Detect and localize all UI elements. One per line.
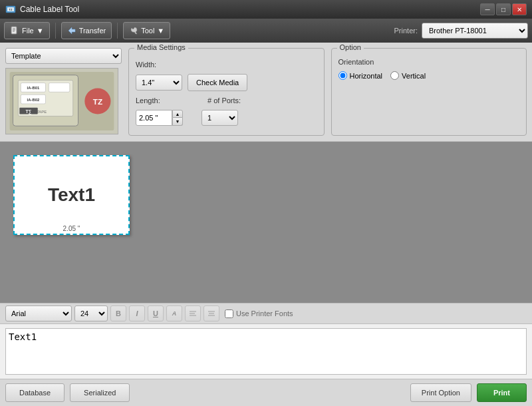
maximize-button[interactable]: □ <box>496 3 511 15</box>
label-wrapper: Text1 2.05 " <box>13 155 130 235</box>
transfer-icon <box>67 26 76 35</box>
main-toolbar: File ▼ Transfer Tool ▼ Printer: Brother … <box>0 19 532 43</box>
bold-button[interactable]: B <box>110 305 126 321</box>
tool-icon <box>129 26 138 35</box>
width-control-row: 1.4" Check Media <box>136 74 317 91</box>
top-panel: Template IA-B01 IA-B02 <box>0 43 532 142</box>
template-section: Template IA-B01 IA-B02 <box>5 48 122 136</box>
transfer-label: Transfer <box>79 27 106 35</box>
media-settings-section: Media Settings Width: 1.4" Check Media L… <box>128 48 325 136</box>
orientation-controls: Horizontal Vertical <box>338 71 520 80</box>
canvas-size-label: 2.05 " <box>13 225 130 232</box>
vertical-label: Vertical <box>402 72 426 80</box>
svg-text:TZ: TZ <box>93 97 102 106</box>
strike-button[interactable]: A <box>166 305 182 321</box>
bottom-panel: Database Serialized Print Option Print <box>0 379 532 406</box>
window-controls[interactable]: ─ □ ✕ <box>480 3 527 15</box>
canvas-scroll[interactable]: Text1 2.05 " <box>0 142 532 303</box>
minimize-button[interactable]: ─ <box>480 3 495 15</box>
length-down-button[interactable]: ▼ <box>172 118 183 126</box>
title-bar-left: TZ Cable Label Tool <box>5 4 79 15</box>
width-select[interactable]: 1.4" <box>136 75 182 91</box>
bottom-left-buttons: Database Serialized <box>5 383 130 402</box>
file-label: File <box>22 27 34 35</box>
title-bar: TZ Cable Label Tool ─ □ ✕ <box>0 0 532 19</box>
transfer-group: Transfer <box>61 22 112 39</box>
printer-section: Printer: Brother PT-18001 <box>394 23 528 39</box>
printer-select[interactable]: Brother PT-18001 <box>422 23 528 39</box>
underline-button[interactable]: U <box>148 305 164 321</box>
length-ports-controls: ▲ ▼ 1 2 3 4 <box>136 110 317 126</box>
width-row: Width: <box>136 61 317 69</box>
tool-label: Tool <box>141 27 154 35</box>
svg-text:TZ: TZ <box>9 8 13 11</box>
file-arrow: ▼ <box>37 27 44 35</box>
printer-fonts-label: Use Printer Fonts <box>236 309 293 317</box>
app-icon: TZ <box>5 4 16 15</box>
orientation-label: Orientation <box>338 58 520 66</box>
file-icon <box>10 26 19 35</box>
database-button[interactable]: Database <box>5 383 65 402</box>
app-title: Cable Label Tool <box>20 5 79 14</box>
svg-text:T∑: T∑ <box>25 109 31 114</box>
horizontal-radio[interactable] <box>338 71 347 80</box>
length-spinner: ▲ ▼ <box>136 110 183 126</box>
length-up-button[interactable]: ▲ <box>172 110 183 118</box>
horizontal-label: Horizontal <box>350 72 383 80</box>
text-input[interactable]: Text1 <box>5 328 527 375</box>
width-label: Width: <box>136 61 162 69</box>
option-section: Option Orientation Horizontal Vertical <box>331 48 527 136</box>
bottom-right-buttons: Print Option Print <box>410 383 527 402</box>
file-button[interactable]: File ▼ <box>4 22 50 39</box>
ports-label: # of Ports: <box>207 97 241 104</box>
ports-select[interactable]: 1 2 3 4 <box>201 110 238 126</box>
align-left-button[interactable] <box>185 305 201 321</box>
media-settings-title: Media Settings <box>134 43 188 51</box>
vertical-option: Vertical <box>390 71 426 80</box>
serialized-button[interactable]: Serialized <box>70 383 130 402</box>
printer-fonts-checkbox[interactable] <box>225 309 233 318</box>
close-button[interactable]: ✕ <box>512 3 527 15</box>
length-input[interactable] <box>136 110 172 126</box>
format-toolbar: Arial Times New Roman Calibri 8 10 12 14… <box>0 303 532 324</box>
svg-text:TAPE: TAPE <box>37 110 47 114</box>
length-spin-buttons: ▲ ▼ <box>172 110 183 126</box>
font-size-select[interactable]: 8 10 12 14 18 24 36 <box>74 305 108 321</box>
option-title: Option <box>337 43 364 51</box>
check-media-button[interactable]: Check Media <box>188 74 247 91</box>
svg-text:IA-B01: IA-B01 <box>27 86 40 90</box>
tool-arrow: ▼ <box>157 27 164 35</box>
italic-button[interactable]: I <box>129 305 145 321</box>
length-ports-row: Length: # of Ports: <box>136 97 317 104</box>
file-group: File ▼ <box>4 22 50 39</box>
main-content: Template IA-B01 IA-B02 <box>0 43 532 406</box>
tool-button[interactable]: Tool ▼ <box>123 22 170 39</box>
print-button[interactable]: Print <box>477 383 527 402</box>
vertical-radio[interactable] <box>390 71 399 80</box>
svg-rect-3 <box>11 27 17 34</box>
printer-fonts-option: Use Printer Fonts <box>225 309 293 318</box>
svg-text:IA-B02: IA-B02 <box>27 98 40 102</box>
horizontal-option: Horizontal <box>338 71 383 80</box>
print-option-button[interactable]: Print Option <box>410 383 471 402</box>
canvas-wrapper: Text1 2.05 " <box>0 142 532 303</box>
template-select-row: Template <box>5 48 122 64</box>
tool-group: Tool ▼ <box>123 22 170 39</box>
canvas-label-text: Text1 <box>48 184 95 206</box>
align-center-button[interactable] <box>203 305 219 321</box>
separator-2 <box>117 23 118 39</box>
svg-rect-12 <box>49 83 69 93</box>
template-select[interactable]: Template <box>5 48 122 64</box>
separator-1 <box>55 23 56 39</box>
printer-label: Printer: <box>394 27 418 35</box>
length-label: Length: <box>136 97 162 104</box>
template-preview-image: IA-B01 IA-B02 T∑ TAPE TZ <box>6 69 118 134</box>
transfer-button[interactable]: Transfer <box>61 22 112 39</box>
template-preview: IA-B01 IA-B02 T∑ TAPE TZ <box>5 68 118 134</box>
label-canvas[interactable]: Text1 <box>13 155 130 235</box>
font-select[interactable]: Arial Times New Roman Calibri <box>5 305 72 321</box>
